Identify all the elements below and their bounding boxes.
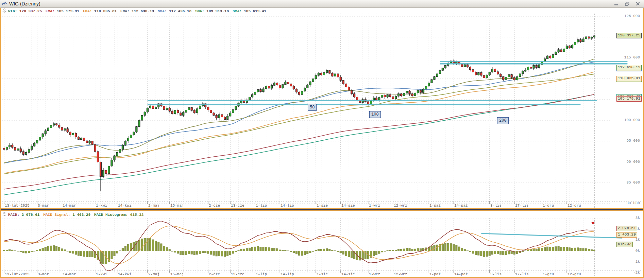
drag-handle-icon[interactable] <box>2 212 7 218</box>
chart-app-icon <box>2 1 7 6</box>
price-value-box: 112 630.13 <box>616 65 642 70</box>
x-axis-tick-label: 1-lip <box>256 204 267 208</box>
x-axis-tick-label: 1-sie <box>317 204 328 208</box>
legend-item: MACD: 2 078.61 <box>8 213 39 217</box>
legend-label: MACD: <box>8 213 22 217</box>
legend-value: 120 337.25 <box>19 9 42 13</box>
x-axis-tick-label: 1-gru <box>543 204 554 208</box>
x-axis-tick-label: 1-lip <box>256 272 267 276</box>
legend-label: EMA: <box>83 9 94 13</box>
y-axis-tick-label: 95 000 <box>609 139 643 143</box>
x-axis-tick-label: 13-cze <box>231 204 244 208</box>
drag-handle-icon[interactable] <box>2 8 7 14</box>
x-axis-tick-label: 14-lip <box>281 272 294 276</box>
sell-arrow-icon <box>592 219 595 225</box>
legend-item: MACD Signal: 1 463.29 <box>43 213 90 217</box>
legend-label: MACD Signal: <box>43 213 72 217</box>
chart-canvas[interactable] <box>0 0 644 278</box>
legend-label: MACD Histogram: <box>94 213 130 217</box>
x-axis-tick-label: 12-gru <box>567 272 581 276</box>
x-axis-tick-label: 3-lis <box>490 204 502 208</box>
x-axis-tick-label: 15-maj <box>170 204 184 208</box>
legend-label: WIG: <box>8 9 19 13</box>
legend-value: 112 436.18 <box>169 9 191 13</box>
x-axis-tick-label: 14-kwi <box>118 272 132 276</box>
legend-value: 105 619.41 <box>244 9 266 13</box>
ma-period-flag: 50 <box>308 104 317 111</box>
x-axis-tick-label: 12-wrz <box>394 204 407 208</box>
y-axis-tick-label: -2k <box>609 271 643 275</box>
x-axis-tick-label: 14-sie <box>341 272 355 276</box>
pane-splitter[interactable] <box>0 208 644 211</box>
legend-item: EMA: 110 035.81 <box>83 9 117 13</box>
y-axis-tick-label: 85 000 <box>609 180 643 185</box>
ma-period-flag: 200 <box>497 117 509 124</box>
price-value-box: 105 179.91 <box>616 96 642 102</box>
legend-value: 2 078.61 <box>22 213 40 217</box>
legend-value: 110 035.81 <box>94 9 117 13</box>
x-axis-tick-label: 2-maj <box>148 204 159 208</box>
price-value-box: 110 035.81 <box>616 76 642 81</box>
x-axis-tick-label: 3-lis <box>490 272 502 276</box>
x-axis-tick-label: 1-sie <box>317 272 328 276</box>
price-legend: WIG: 120 337.25EMA: 105 179.91EMA: 110 0… <box>2 8 270 14</box>
x-axis-tick-label: 17-lis <box>515 204 529 208</box>
legend-item: EMA: 105 179.91 <box>46 9 79 13</box>
x-axis-tick-label: 1-paź <box>429 204 441 208</box>
x-axis-tick-label: 12-wrz <box>394 272 407 276</box>
macd-value-box: 1 463.29 <box>616 232 637 238</box>
x-axis-tick-label: 14-sie <box>341 204 355 208</box>
macd-legend: MACD: 2 078.61MACD Signal: 1 463.29MACD … <box>2 212 147 217</box>
legend-label: EMA: <box>46 9 57 13</box>
x-axis-tick-label: 14-paź <box>454 272 468 276</box>
pane-frame-left <box>0 7 1 278</box>
y-axis-tick-label: 80 000 <box>609 201 643 205</box>
y-axis-tick-label: 3k <box>609 216 643 220</box>
x-axis-tick-label: 13-cze <box>231 272 244 276</box>
macd-value-box: 615.32 <box>616 242 633 247</box>
app-window: WIG (Dzienny) WIG: 120 337.25EMA: 105 17… <box>0 0 644 278</box>
x-axis-tick-label: 14-mar <box>63 272 76 276</box>
minimize-button[interactable] <box>612 1 620 6</box>
x-axis-tick-label: 12-gru <box>567 204 581 208</box>
x-axis-tick-label: 15-maj <box>170 272 184 276</box>
legend-item: EMA: 112 630.13 <box>120 9 154 13</box>
x-axis-tick-label: 14-kwi <box>118 204 132 208</box>
legend-item: MACD Histogram: 615.32 <box>94 213 143 217</box>
y-axis-tick-label: 1k <box>609 238 643 242</box>
x-axis-tick-label: 14-lip <box>281 204 294 208</box>
close-button[interactable] <box>634 1 642 6</box>
x-axis-tick-label: 3-mar <box>38 272 49 276</box>
titlebar[interactable]: WIG (Dzienny) <box>0 0 644 8</box>
x-axis-tick-label: 13-lut-2025 <box>5 272 30 276</box>
ma-period-flag: 100 <box>369 111 381 118</box>
y-axis-tick-label: -1k <box>609 260 643 264</box>
x-axis-tick-label: 2-cze <box>209 204 220 208</box>
x-axis-tick-label: 1-paź <box>429 272 441 276</box>
legend-value: 615.32 <box>130 213 144 217</box>
x-axis-tick-label: 1-wrz <box>369 272 380 276</box>
legend-label: SMA: <box>233 9 244 13</box>
legend-item: SMA: 112 436.18 <box>158 9 191 13</box>
window-controls <box>612 1 642 6</box>
legend-label: EMA: <box>120 9 132 13</box>
y-axis-tick-label: 125 000 <box>609 14 643 18</box>
x-axis-tick-label: 1-wrz <box>369 204 380 208</box>
y-axis-tick-label: 90 000 <box>609 160 643 164</box>
y-axis-tick-label: 0k <box>609 249 643 253</box>
macd-value-box: 2 078.61 <box>616 226 637 231</box>
legend-item: SMA: 105 619.41 <box>233 9 266 13</box>
legend-value: 112 630.13 <box>132 9 154 13</box>
window-title: WIG (Dzienny) <box>9 0 40 7</box>
price-value-box: 120 337.25 <box>616 33 642 38</box>
legend-item: SMA: 109 913.18 <box>195 9 229 13</box>
legend-value: 1 463.29 <box>72 213 90 217</box>
legend-label: SMA: <box>158 9 169 13</box>
restore-button[interactable] <box>623 1 631 6</box>
legend-label: SMA: <box>195 9 206 13</box>
x-axis-tick-label: 1-kwi <box>96 204 107 208</box>
legend-value: 105 179.91 <box>57 9 79 13</box>
x-axis-tick-label: 2-maj <box>148 272 159 276</box>
x-axis-tick-label: 14-paź <box>454 204 468 208</box>
y-axis-tick-label: 100 000 <box>609 118 643 122</box>
